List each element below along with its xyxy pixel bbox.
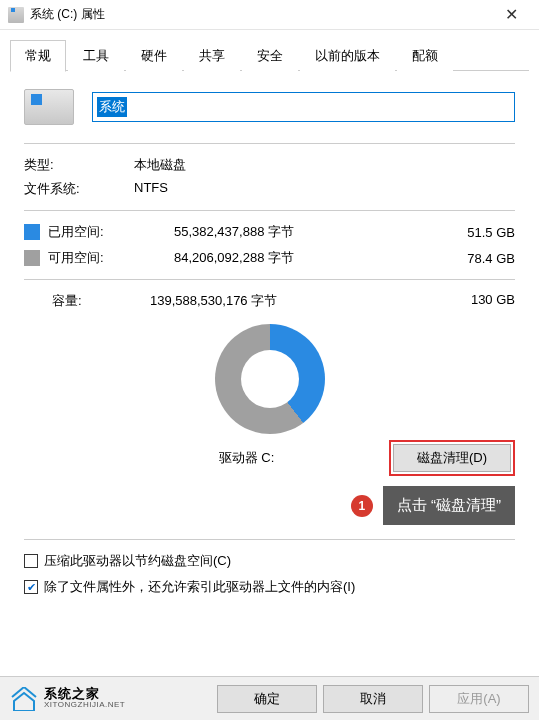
usage-chart-wrap: [24, 324, 515, 434]
used-color-swatch: [24, 224, 40, 240]
tab-sharing[interactable]: 共享: [184, 40, 240, 71]
cancel-button[interactable]: 取消: [323, 685, 423, 713]
brand-logo-icon: [10, 687, 38, 711]
free-human: 78.4 GB: [435, 251, 515, 266]
used-bytes: 55,382,437,888 字节: [144, 223, 435, 241]
drive-large-icon: [24, 89, 74, 125]
compress-checkbox[interactable]: [24, 554, 38, 568]
filesystem-row: 文件系统: NTFS: [24, 180, 515, 198]
tab-previous-versions[interactable]: 以前的版本: [300, 40, 395, 71]
capacity-human: 130 GB: [435, 292, 515, 310]
tabstrip: 常规 工具 硬件 共享 安全 以前的版本 配额: [0, 30, 539, 71]
disk-cleanup-button[interactable]: 磁盘清理(D): [393, 444, 511, 472]
drive-name-value: 系统: [97, 97, 127, 117]
disk-cleanup-highlight: 磁盘清理(D): [389, 440, 515, 476]
divider: [24, 539, 515, 540]
free-label: 可用空间:: [48, 249, 144, 267]
type-value: 本地磁盘: [134, 156, 515, 174]
annotation-row: 1 点击 “磁盘清理”: [24, 486, 515, 525]
divider: [24, 143, 515, 144]
tab-hardware[interactable]: 硬件: [126, 40, 182, 71]
tab-security[interactable]: 安全: [242, 40, 298, 71]
tab-quota[interactable]: 配额: [397, 40, 453, 71]
watermark-brand: 系统之家 XITONGZHIJIA.NET: [10, 687, 211, 711]
used-space-row: 已用空间: 55,382,437,888 字节 51.5 GB: [24, 223, 515, 241]
annotation-badge: 1: [351, 495, 373, 517]
capacity-row: 容量: 139,588,530,176 字节 130 GB: [24, 292, 515, 310]
drive-name-input[interactable]: 系统: [92, 92, 515, 122]
capacity-bytes: 139,588,530,176 字节: [144, 292, 435, 310]
svg-marker-0: [14, 693, 34, 711]
divider: [24, 210, 515, 211]
ok-button[interactable]: 确定: [217, 685, 317, 713]
titlebar: 系统 (C:) 属性 ✕: [0, 0, 539, 30]
annotation-callout: 点击 “磁盘清理”: [383, 486, 515, 525]
tab-content: 系统 类型: 本地磁盘 文件系统: NTFS 已用空间: 55,382,437,…: [0, 71, 539, 612]
filesystem-value: NTFS: [134, 180, 515, 198]
type-label: 类型:: [24, 156, 134, 174]
tab-general[interactable]: 常规: [10, 40, 66, 72]
dialog-footer: 系统之家 XITONGZHIJIA.NET 确定 取消 应用(A): [0, 676, 539, 720]
index-label: 除了文件属性外，还允许索引此驱动器上文件的内容(I): [44, 578, 355, 596]
used-label: 已用空间:: [48, 223, 144, 241]
compress-checkbox-row[interactable]: 压缩此驱动器以节约磁盘空间(C): [24, 552, 515, 570]
apply-button[interactable]: 应用(A): [429, 685, 529, 713]
drive-letter-label: 驱动器 C:: [24, 449, 389, 467]
free-space-row: 可用空间: 84,206,092,288 字节 78.4 GB: [24, 249, 515, 267]
capacity-label: 容量:: [24, 292, 144, 310]
free-bytes: 84,206,092,288 字节: [144, 249, 435, 267]
type-row: 类型: 本地磁盘: [24, 156, 515, 174]
usage-donut-chart: [215, 324, 325, 434]
index-checkbox-row[interactable]: ✔ 除了文件属性外，还允许索引此驱动器上文件的内容(I): [24, 578, 515, 596]
close-icon[interactable]: ✕: [491, 1, 531, 29]
divider: [24, 279, 515, 280]
drive-icon: [8, 7, 24, 23]
brand-url: XITONGZHIJIA.NET: [44, 701, 125, 710]
filesystem-label: 文件系统:: [24, 180, 134, 198]
used-human: 51.5 GB: [435, 225, 515, 240]
window-title: 系统 (C:) 属性: [30, 6, 491, 23]
index-checkbox[interactable]: ✔: [24, 580, 38, 594]
free-color-swatch: [24, 250, 40, 266]
tab-tools[interactable]: 工具: [68, 40, 124, 71]
compress-label: 压缩此驱动器以节约磁盘空间(C): [44, 552, 231, 570]
brand-name: 系统之家: [44, 687, 125, 701]
